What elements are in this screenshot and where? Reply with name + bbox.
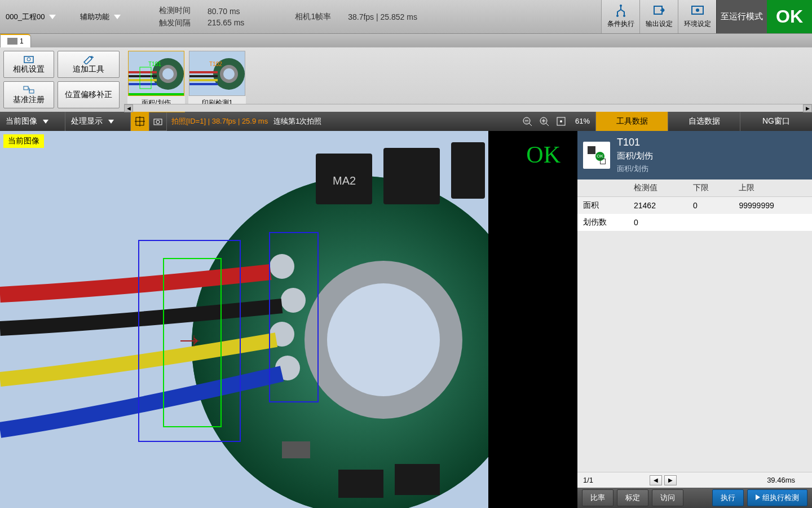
tool-row-right: T101 面积/划伤 T102 印刷检测1 ◀ ▶: [124, 47, 812, 112]
svg-point-51: [270, 254, 294, 279]
play-icon: [756, 494, 760, 500]
svg-rect-25: [189, 71, 218, 73]
project-name: 000_工程00: [6, 12, 45, 22]
pcb-image: MA2: [0, 131, 488, 508]
viewer-ok-badge: OK: [526, 141, 561, 168]
detect-time-label: 检测时间: [159, 6, 191, 16]
svg-point-43: [327, 283, 440, 396]
fit-button[interactable]: [553, 112, 570, 131]
top-bar: 000_工程00 辅助功能 检测时间 触发间隔 80.70 ms 215.65 …: [0, 0, 812, 34]
table-row: 面积 21462 0 99999999: [577, 197, 812, 214]
svg-point-0: [620, 5, 622, 7]
camera-fps-label: 相机1帧率: [295, 12, 331, 22]
svg-rect-20: [129, 93, 184, 95]
calibrate-button[interactable]: 标定: [617, 489, 648, 506]
camera-gear-icon: [22, 54, 36, 64]
svg-point-7: [27, 58, 30, 61]
chevron-down-icon: [108, 120, 114, 124]
tool-thumb-print-inspect[interactable]: T102 印刷检测1: [188, 51, 246, 110]
svg-rect-50: [282, 441, 310, 458]
tool-name: 面积/划伤: [617, 151, 653, 161]
svg-point-5: [696, 8, 699, 12]
chevron-down-icon: [114, 15, 121, 19]
wrench-plus-icon: [82, 54, 95, 64]
capture-info: 拍照[ID=1] | 38.7fps | 25.9 ms 连续第1次拍照: [167, 112, 326, 131]
svg-rect-16: [129, 79, 157, 81]
scroll-right-arrow[interactable]: ▶: [803, 104, 812, 112]
image-viewer[interactable]: MA2 当前图像 OK: [0, 131, 577, 508]
col-upper: 上限: [733, 179, 812, 197]
status-ok-badge: OK: [767, 0, 812, 33]
mid-control-bar: 当前图像 处理显示 拍照[ID=1] | 38.7fps | 25.9 ms 连…: [0, 112, 812, 131]
camera-tab-1[interactable]: 1: [0, 34, 31, 47]
display-mode-dropdown[interactable]: 处理显示: [65, 112, 131, 131]
image-mode-dropdown[interactable]: 当前图像: [0, 112, 65, 131]
camera-icon: [153, 116, 163, 126]
group-execute-button[interactable]: 组执行检测: [747, 489, 807, 506]
side-footer-actions: 比率 标定 访问 执行 组执行检测: [577, 488, 812, 508]
side-footer-pager: 1/1 ◀ ▶ 39.46ms: [577, 472, 812, 488]
svg-rect-14: [129, 71, 157, 73]
zoom-level: 61%: [570, 112, 595, 131]
stats-area: 检测时间 触发间隔 80.70 ms 215.65 ms 相机1帧率 38.7f…: [148, 0, 601, 33]
svg-text:MA2: MA2: [333, 174, 356, 187]
capture-button[interactable]: [149, 112, 167, 131]
svg-rect-26: [189, 75, 218, 77]
tab-custom-data[interactable]: 自选数据: [668, 112, 740, 131]
trigger-interval-value: 215.65 ms: [208, 18, 244, 27]
tool-header: OK T101 面积/划伤 面积/划伤: [577, 131, 812, 179]
svg-point-2: [623, 15, 625, 17]
reference-register-button[interactable]: 基准注册: [3, 81, 54, 108]
env-settings-button[interactable]: 环境设定: [678, 0, 716, 33]
camera-fps-value: 38.7fps | 25.852 ms: [348, 12, 417, 21]
project-dropdown[interactable]: 000_工程00: [0, 0, 74, 33]
svg-rect-8: [24, 86, 28, 90]
zoom-out-button[interactable]: [519, 112, 536, 131]
output-settings-button[interactable]: 输出设定: [639, 0, 678, 33]
crosshair-toggle[interactable]: [131, 112, 149, 131]
thumbnail-image: T102: [189, 51, 245, 96]
svg-rect-45: [383, 148, 440, 204]
add-tool-button[interactable]: 追加工具: [58, 51, 120, 78]
fit-icon: [556, 116, 566, 126]
ratio-button[interactable]: 比率: [582, 489, 614, 506]
condition-exec-button[interactable]: 条件执行: [601, 0, 639, 33]
tool-row: 相机设置 追加工具 基准注册 位置偏移补正 T101 面积/划伤 T102 印刷…: [0, 47, 812, 112]
data-table: 检测值 下限 上限 面积 21462 0 99999999 划伤数 0: [577, 179, 812, 472]
main-area: MA2 当前图像 OK: [0, 131, 812, 508]
svg-text:T101: T101: [148, 61, 161, 67]
thumbnail-image: T101: [129, 51, 184, 96]
tool-row-left: 相机设置 追加工具 基准注册 位置偏移补正: [0, 47, 124, 112]
page-next-button[interactable]: ▶: [664, 475, 677, 485]
side-panel: OK T101 面积/划伤 面积/划伤 检测值 下限 上限 面积 21: [577, 131, 812, 508]
svg-point-13: [162, 68, 174, 80]
svg-rect-9: [29, 90, 34, 93]
tool-type-icon: OK: [583, 142, 610, 169]
svg-point-52: [281, 288, 306, 313]
aux-menu-dropdown[interactable]: 辅助功能: [74, 0, 148, 33]
zoom-in-button[interactable]: [536, 112, 553, 131]
offset-correction-button[interactable]: 位置偏移补正: [58, 81, 120, 108]
page-prev-button[interactable]: ◀: [650, 475, 662, 485]
export-icon: [651, 5, 667, 18]
execute-button[interactable]: 执行: [712, 489, 744, 506]
aux-menu-label: 辅助功能: [80, 12, 109, 22]
tab-ng-window[interactable]: NG窗口: [740, 112, 812, 131]
svg-rect-17: [129, 83, 157, 85]
horizontal-scrollbar[interactable]: ◀ ▶: [124, 104, 812, 112]
scroll-left-arrow[interactable]: ◀: [124, 104, 133, 112]
table-row: 划伤数 0: [577, 214, 812, 231]
svg-point-36: [560, 120, 562, 122]
monitor-gear-icon: [690, 5, 705, 18]
crosshair-icon: [135, 116, 145, 126]
zoom-in-icon: [539, 116, 549, 126]
run-mode-button[interactable]: 至运行模式: [716, 0, 767, 33]
tab-tool-data[interactable]: 工具数据: [595, 112, 668, 131]
access-button[interactable]: 访问: [652, 489, 683, 506]
svg-point-24: [223, 68, 235, 80]
viewer-black-strip: [488, 131, 577, 508]
tool-thumb-area-scratch[interactable]: T101 面积/划伤: [127, 51, 185, 112]
svg-rect-49: [395, 464, 440, 495]
camera-settings-button[interactable]: 相机设置: [3, 51, 54, 78]
tool-subtitle: 面积/划伤: [617, 164, 653, 174]
